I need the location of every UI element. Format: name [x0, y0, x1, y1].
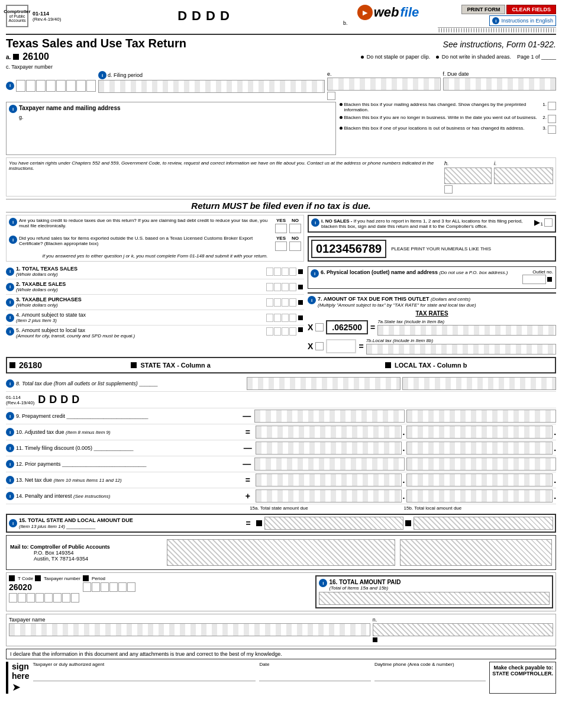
no-sales-checkbox[interactable] — [544, 218, 553, 227]
item8b-input[interactable] — [402, 377, 556, 390]
item13a-input[interactable] — [256, 473, 402, 487]
item15b-input[interactable] — [414, 517, 553, 530]
item2-blacken — [298, 285, 303, 289]
item5-icon[interactable]: i — [6, 327, 14, 336]
item13b-input[interactable] — [406, 473, 553, 487]
taxpayer-info-icon[interactable]: i — [6, 82, 14, 90]
item1-input[interactable] — [266, 268, 296, 276]
rate-input-box-1[interactable] — [315, 323, 324, 331]
instructions-label: Instructions in English — [501, 18, 553, 24]
taxpayer-name-field-input[interactable] — [9, 623, 370, 636]
no-sales-icon[interactable]: i — [311, 218, 319, 227]
no-sales-label: I. NO SALES - — [321, 218, 352, 224]
item3-icon[interactable]: i — [6, 298, 14, 307]
k-info-icon[interactable]: i — [9, 236, 17, 244]
item3-input[interactable] — [266, 298, 296, 307]
notice-1-checkbox[interactable] — [548, 102, 556, 110]
item9-icon[interactable]: i — [6, 412, 14, 420]
e-checkbox[interactable] — [327, 92, 335, 100]
7a-input[interactable] — [377, 325, 556, 336]
taxpayer-name-icon[interactable]: i — [9, 105, 17, 113]
taxpayer-number-input[interactable] — [16, 80, 96, 92]
item9a-input[interactable] — [254, 410, 404, 423]
j-text: Are you taking credit to reduce taxes du… — [19, 218, 267, 228]
notice-3-checkbox[interactable] — [548, 125, 556, 134]
item4-blacken — [298, 315, 303, 320]
item8-icon[interactable]: i — [6, 379, 14, 388]
k-no-box[interactable] — [289, 241, 301, 251]
i-input[interactable] — [494, 167, 553, 184]
print-form-button[interactable]: PRINT FORM — [461, 5, 505, 14]
notice-2-checkbox[interactable] — [548, 115, 556, 123]
instructions-button[interactable]: i Instructions in English — [489, 15, 556, 26]
due-date-input[interactable] — [443, 78, 557, 91]
no-sales-section: i I. NO SALES - If you had zero to repor… — [308, 215, 556, 233]
item11-icon[interactable]: i — [6, 444, 14, 452]
j-info-icon[interactable]: i — [9, 218, 17, 226]
n-input[interactable] — [373, 623, 553, 636]
mail-input-area-2[interactable] — [400, 539, 552, 566]
state-tax-column-label: STATE TAX - Column a — [140, 362, 211, 369]
date-input[interactable] — [259, 668, 370, 681]
item12a-input[interactable] — [254, 458, 404, 471]
item3-note: (Whole dollars only) — [16, 302, 264, 308]
h-checkbox[interactable] — [444, 185, 453, 194]
agent-input[interactable] — [33, 668, 256, 681]
item11-label: 11. Timely filing discount (0.005) — [16, 445, 92, 451]
column-divider: 26180 STATE TAX - Column a LOCAL TAX - C… — [6, 357, 556, 373]
taxpayer-name-field-label: Taxpayer name — [9, 617, 46, 623]
item10b-input[interactable] — [406, 426, 553, 439]
physical-location-icon[interactable]: i — [311, 269, 319, 278]
item4-icon[interactable]: i — [6, 314, 14, 322]
total-amount-icon[interactable]: i — [319, 579, 327, 587]
taxpayer-num-square — [35, 575, 41, 581]
item8a-input[interactable] — [247, 377, 400, 390]
item2-icon[interactable]: i — [6, 283, 14, 291]
rate-input-box-2[interactable] — [315, 342, 324, 350]
total-amount-input[interactable] — [319, 592, 550, 605]
item15a-input[interactable] — [264, 517, 404, 530]
h-input[interactable] — [444, 167, 492, 184]
item14a-input[interactable] — [256, 489, 402, 502]
j-no-box[interactable] — [289, 224, 301, 233]
field-26180: 26180 — [19, 360, 42, 370]
item11a-input[interactable] — [256, 442, 402, 455]
item11b-input[interactable] — [406, 442, 553, 455]
item5-blacken — [298, 327, 303, 332]
item1-note: (Whole dollars only) — [16, 272, 264, 277]
b-label: b. — [343, 20, 348, 26]
period-boxes[interactable] — [83, 582, 314, 592]
item10-icon[interactable]: i — [6, 428, 14, 436]
taxpayer-num-boxes[interactable] — [9, 593, 80, 603]
item12b-input[interactable] — [406, 458, 556, 471]
item14b-input[interactable] — [406, 489, 553, 502]
item1-icon[interactable]: i — [6, 268, 14, 276]
clear-fields-button[interactable]: CLEAR FIELDS — [506, 5, 556, 14]
item9b-input[interactable] — [406, 410, 556, 423]
tax7-icon[interactable]: i — [308, 296, 316, 304]
filing-period-input[interactable] — [98, 80, 325, 93]
item13-icon[interactable]: i — [6, 476, 14, 484]
item14-icon[interactable]: i — [6, 492, 14, 500]
phone-input[interactable] — [374, 668, 486, 681]
page-indicator: Page 1 of _____ — [517, 54, 556, 60]
item5-input[interactable] — [266, 327, 296, 336]
item2-input[interactable] — [266, 283, 296, 291]
e-input[interactable] — [327, 78, 441, 91]
outlet-no-input[interactable] — [522, 275, 546, 284]
item3-label: 3. TAXABLE PURCHASES — [16, 297, 264, 302]
k-yes-box[interactable] — [275, 241, 287, 251]
item13b-dot: . — [553, 475, 556, 485]
mail-city: Austin, TX 78714-9354 — [10, 556, 88, 562]
item15-icon[interactable]: i — [9, 519, 17, 527]
period-square — [83, 575, 89, 581]
7b-input[interactable] — [366, 344, 556, 355]
item4-input[interactable] — [266, 314, 296, 322]
filing-period-icon[interactable]: i — [98, 71, 106, 79]
item10a-input[interactable] — [256, 426, 402, 439]
item12-icon[interactable]: i — [6, 460, 14, 468]
item15-note: (Item 13 plus Item 14) — [19, 524, 65, 529]
mail-input-area[interactable] — [167, 539, 395, 566]
declare-text: I declare that the information in this d… — [10, 651, 282, 657]
j-yes-box[interactable] — [275, 224, 287, 233]
